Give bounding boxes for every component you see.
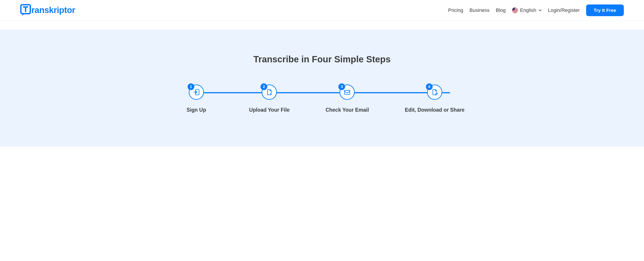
nav-blog[interactable]: Blog xyxy=(496,7,506,13)
step-email: 3 Check Your Email xyxy=(326,84,369,113)
language-label: English xyxy=(520,7,536,13)
spacer xyxy=(0,21,644,30)
try-free-button[interactable]: Try It Free xyxy=(586,4,624,16)
step-number-badge: 4 xyxy=(426,83,432,90)
mail-icon xyxy=(344,89,351,96)
steps-section: Transcribe in Four Simple Steps 1 Sign U… xyxy=(0,30,644,147)
file-edit-icon xyxy=(431,89,438,96)
logo-text: ranskriptor xyxy=(32,5,75,15)
step-edit: 4 Edit, Download or Share xyxy=(405,84,464,113)
logo-mark-icon xyxy=(20,4,32,16)
us-flag-icon xyxy=(512,7,518,13)
site-header: ranskriptor Pricing Business Blog xyxy=(0,0,644,21)
language-selector[interactable]: English xyxy=(512,7,542,13)
nav-pricing[interactable]: Pricing xyxy=(448,7,463,13)
svg-rect-3 xyxy=(512,8,518,8)
step-label: Check Your Email xyxy=(326,107,369,113)
steps-title: Transcribe in Four Simple Steps xyxy=(0,54,644,64)
svg-rect-9 xyxy=(512,7,515,10)
step-signup: 1 Sign Up xyxy=(180,84,213,113)
steps-row: 1 Sign Up 2 xyxy=(177,84,467,113)
step-upload: 2 Upload Your File xyxy=(249,84,290,113)
nav-login-register[interactable]: Login/Register xyxy=(548,7,580,13)
svg-rect-6 xyxy=(512,10,518,11)
step-circle: 2 xyxy=(262,84,277,100)
step-circle: 3 xyxy=(340,84,355,100)
logo[interactable]: ranskriptor xyxy=(20,4,75,16)
chevron-down-icon xyxy=(538,9,542,12)
file-upload-icon xyxy=(266,89,273,96)
signin-icon xyxy=(193,89,200,96)
step-circle: 4 xyxy=(427,84,442,100)
step-label: Upload Your File xyxy=(249,107,290,113)
step-number-badge: 1 xyxy=(188,83,194,90)
svg-rect-11 xyxy=(344,90,350,94)
svg-rect-8 xyxy=(512,12,518,13)
step-label: Edit, Download or Share xyxy=(405,107,464,113)
svg-rect-7 xyxy=(512,11,518,12)
step-label: Sign Up xyxy=(187,107,206,113)
step-circle: 1 xyxy=(189,84,204,100)
main-nav: Pricing Business Blog xyxy=(448,4,624,16)
nav-business[interactable]: Business xyxy=(470,7,490,13)
